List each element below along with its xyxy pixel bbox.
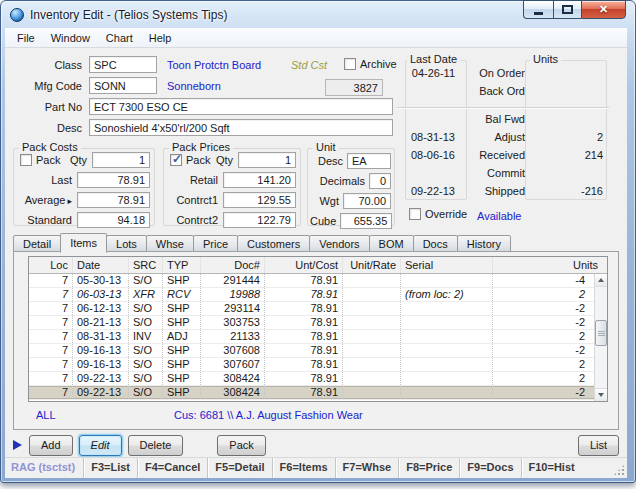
grid-cell: 7 bbox=[29, 274, 73, 287]
archive-option: Archive bbox=[340, 58, 397, 70]
pack-costs-qty-field[interactable]: 1 bbox=[92, 152, 150, 168]
tab-docs[interactable]: Docs bbox=[413, 235, 458, 252]
grid-header-loc[interactable]: Loc bbox=[29, 257, 73, 273]
grid-cell: 08-21-13 bbox=[73, 316, 129, 329]
minimize-button[interactable] bbox=[523, 0, 553, 19]
pack-prices-row: Contrct1129.55 bbox=[168, 192, 296, 208]
menu-chart[interactable]: Chart bbox=[98, 30, 141, 46]
pack-prices-qty-field[interactable]: 1 bbox=[238, 152, 296, 168]
grid-header-doc[interactable]: Doc# bbox=[201, 257, 265, 273]
tab-bom[interactable]: BOM bbox=[369, 235, 414, 252]
grid-row[interactable]: 709-22-13S/OSHP30842478.912 bbox=[29, 372, 594, 386]
status-key-f3: F3=List bbox=[83, 458, 137, 478]
contrct2-field[interactable]: 122.79 bbox=[223, 212, 296, 228]
grid-row[interactable]: 709-22-13S/OSHP30842478.91-2 bbox=[29, 386, 594, 400]
grid-row[interactable]: 709-16-13S/OSHP30760878.91-2 bbox=[29, 344, 594, 358]
menu-help[interactable]: Help bbox=[141, 30, 180, 46]
grid-cell: S/O bbox=[129, 358, 163, 371]
grid-cell bbox=[401, 358, 493, 371]
grid-cell: -2 bbox=[493, 386, 594, 399]
grid-header-typ[interactable]: TYP bbox=[163, 257, 201, 273]
grid-header-serial[interactable]: Serial bbox=[401, 257, 493, 273]
average-field[interactable]: 78.91 bbox=[77, 192, 150, 208]
desc-field[interactable]: Sonoshield 4'x50'rl/200 Sqft bbox=[89, 119, 393, 136]
part-no-field[interactable]: ECT 7300 ESO CE bbox=[89, 98, 393, 115]
grid-cell: 2 bbox=[493, 358, 594, 371]
menu-window[interactable]: Window bbox=[43, 30, 98, 46]
grid-row[interactable]: 705-30-13S/OSHP29144478.91-4 bbox=[29, 274, 594, 288]
class-field[interactable]: SPC bbox=[89, 56, 157, 73]
grid-cell: 78.91 bbox=[265, 274, 343, 287]
tab-items[interactable]: Items bbox=[60, 233, 107, 253]
tab-price[interactable]: Price bbox=[193, 235, 238, 252]
mfg-code-field[interactable]: SONN bbox=[89, 77, 157, 94]
contrct1-field[interactable]: 129.55 bbox=[223, 192, 296, 208]
edit-button[interactable]: Edit bbox=[79, 435, 122, 456]
unit-cube-field[interactable]: 655.35 bbox=[340, 213, 392, 229]
grid-body: 705-30-13S/OSHP29144478.91-4706-03-13XFR… bbox=[29, 274, 594, 401]
unit-decimals-label: Decimals bbox=[310, 175, 369, 187]
tab-vendors[interactable]: Vendors bbox=[309, 235, 369, 252]
resize-grip[interactable] bbox=[613, 464, 625, 476]
grid-row[interactable]: 708-21-13S/OSHP30375378.91-2 bbox=[29, 316, 594, 330]
grid-cell: SHP bbox=[163, 358, 201, 371]
available-link[interactable]: Available bbox=[477, 210, 521, 222]
filter-all-link[interactable]: ALL bbox=[36, 409, 56, 421]
list-button[interactable]: List bbox=[578, 435, 619, 456]
pack-prices-checkbox[interactable] bbox=[170, 154, 182, 166]
minimize-icon bbox=[534, 12, 543, 15]
close-button[interactable]: ✕ bbox=[581, 0, 626, 19]
status-mode-text: RAG (tsctst) bbox=[5, 458, 83, 478]
menu-file[interactable]: File bbox=[9, 30, 43, 46]
scroll-down-icon bbox=[598, 393, 604, 397]
window-title: Inventory Edit - (Telios Systems Tips) bbox=[30, 8, 227, 22]
contrct1-label: Contrct1 bbox=[168, 194, 223, 206]
maximize-button[interactable] bbox=[553, 0, 581, 19]
grid-header-units[interactable]: Units bbox=[493, 257, 607, 273]
tab-detail[interactable]: Detail bbox=[13, 235, 61, 252]
grid-cell: 09-22-13 bbox=[73, 372, 129, 385]
grid-cell: 78.91 bbox=[265, 330, 343, 343]
scroll-down-button[interactable] bbox=[595, 388, 607, 401]
grid-cell: 7 bbox=[29, 386, 73, 399]
grid-cell bbox=[343, 358, 401, 371]
grid-header-unt-cost[interactable]: Unt/Cost bbox=[265, 257, 343, 273]
grid-scrollbar[interactable] bbox=[594, 274, 607, 401]
unit-desc-field[interactable]: EA bbox=[347, 153, 391, 169]
status-keys: F3=ListF4=CancelF5=DetailF6=ItemsF7=Whse… bbox=[83, 458, 582, 478]
last-field[interactable]: 78.91 bbox=[77, 172, 150, 188]
unit-wgt-label: Wgt bbox=[310, 195, 343, 207]
grid-header-src[interactable]: SRC bbox=[129, 257, 163, 273]
grid-header-date[interactable]: Date bbox=[73, 257, 129, 273]
tab-whse[interactable]: Whse bbox=[146, 235, 194, 252]
average-detail-icon[interactable]: ▸ bbox=[67, 196, 72, 206]
pack-prices-qty-label: Qty bbox=[210, 154, 238, 166]
tab-history[interactable]: History bbox=[457, 235, 511, 252]
unit-wgt-field[interactable]: 70.00 bbox=[343, 193, 391, 209]
pack-button[interactable]: Pack bbox=[217, 435, 265, 456]
override-checkbox[interactable] bbox=[409, 208, 421, 220]
grid-row[interactable]: 706-12-13S/OSHP29311478.91-2 bbox=[29, 302, 594, 316]
tab-lots[interactable]: Lots bbox=[106, 235, 147, 252]
retail-field[interactable]: 141.20 bbox=[223, 172, 296, 188]
standard-field[interactable]: 94.18 bbox=[77, 212, 150, 228]
tab-customers[interactable]: Customers bbox=[237, 235, 310, 252]
grid-cell: 78.91 bbox=[265, 372, 343, 385]
delete-button[interactable]: Delete bbox=[128, 435, 184, 456]
pack-costs-group: Pack Costs Pack Qty 1 Last78.91Average▸7… bbox=[13, 148, 155, 226]
grid-cell: 7 bbox=[29, 372, 73, 385]
unit-row: Wgt70.00 bbox=[310, 193, 391, 209]
grid-row[interactable]: 709-16-13S/OSHP30760778.912 bbox=[29, 358, 594, 372]
grid-row[interactable]: 706-03-13XFRRCV1998878.91(from loc: 2)2 bbox=[29, 288, 594, 302]
unit-decimals-field[interactable]: 0 bbox=[369, 173, 391, 189]
pack-costs-checkbox[interactable] bbox=[20, 154, 32, 166]
contrct2-label: Contrct2 bbox=[168, 214, 223, 226]
play-icon bbox=[13, 440, 22, 450]
scroll-up-button[interactable] bbox=[595, 274, 607, 287]
add-button[interactable]: Add bbox=[29, 435, 73, 456]
grid-header-unit-rate[interactable]: Unit/Rate bbox=[343, 257, 401, 273]
archive-checkbox[interactable] bbox=[344, 58, 356, 70]
scrollbar-thumb[interactable] bbox=[595, 320, 607, 346]
grid-row[interactable]: 708-31-13INVADJ2113378.912 bbox=[29, 330, 594, 344]
unit-group: Unit DescEADecimals0Wgt70.00Cube655.35 bbox=[307, 148, 395, 226]
